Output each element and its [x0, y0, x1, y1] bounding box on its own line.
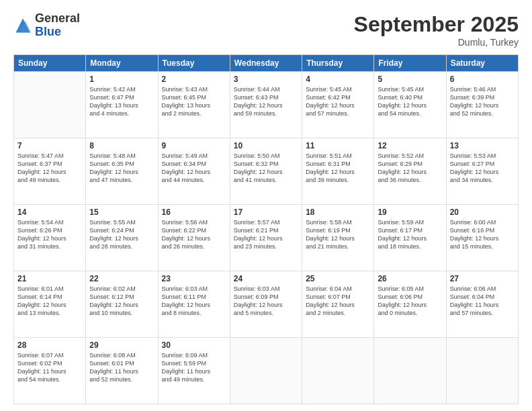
day-number: 8	[89, 141, 154, 150]
col-header-sunday: Sunday	[14, 55, 86, 72]
week-row-0: 1Sunrise: 5:42 AM Sunset: 6:47 PM Daylig…	[14, 72, 519, 138]
logo-icon	[13, 16, 32, 35]
day-number: 7	[17, 141, 82, 150]
day-info: Sunrise: 5:45 AM Sunset: 6:40 PM Dayligh…	[378, 85, 442, 118]
day-info: Sunrise: 5:47 AM Sunset: 6:37 PM Dayligh…	[17, 152, 82, 185]
day-info: Sunrise: 6:06 AM Sunset: 6:04 PM Dayligh…	[450, 285, 515, 318]
page: General Blue September 2025 Dumlu, Turke…	[0, 0, 532, 411]
day-info: Sunrise: 6:05 AM Sunset: 6:06 PM Dayligh…	[378, 285, 442, 318]
calendar-cell: 22Sunrise: 6:02 AM Sunset: 6:12 PM Dayli…	[86, 271, 158, 338]
day-info: Sunrise: 5:59 AM Sunset: 6:17 PM Dayligh…	[378, 218, 442, 251]
calendar-cell: 2Sunrise: 5:43 AM Sunset: 6:45 PM Daylig…	[158, 72, 230, 138]
calendar-cell: 12Sunrise: 5:52 AM Sunset: 6:29 PM Dayli…	[374, 138, 446, 205]
calendar-cell: 5Sunrise: 5:45 AM Sunset: 6:40 PM Daylig…	[374, 72, 446, 138]
week-row-4: 28Sunrise: 6:07 AM Sunset: 6:02 PM Dayli…	[14, 338, 519, 404]
calendar-table: SundayMondayTuesdayWednesdayThursdayFrid…	[13, 54, 519, 404]
day-info: Sunrise: 5:56 AM Sunset: 6:22 PM Dayligh…	[162, 218, 226, 251]
day-number: 21	[17, 274, 82, 283]
col-header-saturday: Saturday	[446, 55, 518, 72]
calendar-cell	[446, 338, 518, 404]
day-number: 14	[17, 208, 82, 217]
day-number: 29	[89, 340, 154, 350]
day-number: 13	[450, 141, 515, 150]
day-info: Sunrise: 5:45 AM Sunset: 6:42 PM Dayligh…	[306, 85, 370, 118]
day-info: Sunrise: 6:08 AM Sunset: 6:01 PM Dayligh…	[89, 351, 154, 384]
day-number: 19	[378, 208, 442, 217]
day-number: 22	[89, 274, 154, 283]
calendar-cell	[230, 338, 302, 404]
day-info: Sunrise: 5:51 AM Sunset: 6:31 PM Dayligh…	[306, 152, 370, 185]
col-header-wednesday: Wednesday	[230, 55, 302, 72]
col-header-tuesday: Tuesday	[158, 55, 230, 72]
calendar-cell: 14Sunrise: 5:54 AM Sunset: 6:26 PM Dayli…	[14, 205, 86, 271]
calendar-cell: 15Sunrise: 5:55 AM Sunset: 6:24 PM Dayli…	[86, 205, 158, 271]
day-number: 24	[234, 274, 298, 283]
day-number: 5	[378, 75, 442, 84]
day-number: 10	[234, 141, 298, 150]
day-number: 20	[450, 208, 515, 217]
calendar-cell: 8Sunrise: 5:48 AM Sunset: 6:35 PM Daylig…	[86, 138, 158, 205]
day-number: 1	[89, 75, 154, 84]
header-row: SundayMondayTuesdayWednesdayThursdayFrid…	[14, 55, 519, 72]
day-number: 3	[234, 75, 298, 84]
col-header-monday: Monday	[86, 55, 158, 72]
day-number: 11	[306, 141, 370, 150]
day-number: 15	[89, 208, 154, 217]
day-number: 18	[306, 208, 370, 217]
calendar-cell: 16Sunrise: 5:56 AM Sunset: 6:22 PM Dayli…	[158, 205, 230, 271]
calendar-cell: 7Sunrise: 5:47 AM Sunset: 6:37 PM Daylig…	[14, 138, 86, 205]
calendar-cell: 20Sunrise: 6:00 AM Sunset: 6:16 PM Dayli…	[446, 205, 518, 271]
day-number: 23	[162, 274, 226, 283]
calendar-cell: 18Sunrise: 5:58 AM Sunset: 6:19 PM Dayli…	[302, 205, 374, 271]
col-header-thursday: Thursday	[302, 55, 374, 72]
day-info: Sunrise: 6:07 AM Sunset: 6:02 PM Dayligh…	[17, 351, 82, 384]
week-row-1: 7Sunrise: 5:47 AM Sunset: 6:37 PM Daylig…	[14, 138, 519, 205]
day-info: Sunrise: 5:57 AM Sunset: 6:21 PM Dayligh…	[234, 218, 298, 251]
day-number: 2	[162, 75, 226, 84]
calendar-cell: 21Sunrise: 6:01 AM Sunset: 6:14 PM Dayli…	[14, 271, 86, 338]
day-number: 12	[378, 141, 442, 150]
day-number: 25	[306, 274, 370, 283]
logo: General Blue	[13, 12, 80, 39]
day-info: Sunrise: 6:01 AM Sunset: 6:14 PM Dayligh…	[17, 285, 82, 318]
day-info: Sunrise: 6:00 AM Sunset: 6:16 PM Dayligh…	[450, 218, 515, 251]
calendar-cell: 10Sunrise: 5:50 AM Sunset: 6:32 PM Dayli…	[230, 138, 302, 205]
day-number: 30	[162, 340, 226, 350]
day-number: 27	[450, 274, 515, 283]
day-number: 16	[162, 208, 226, 217]
calendar-cell: 4Sunrise: 5:45 AM Sunset: 6:42 PM Daylig…	[302, 72, 374, 138]
day-info: Sunrise: 6:03 AM Sunset: 6:09 PM Dayligh…	[234, 285, 298, 318]
day-info: Sunrise: 6:04 AM Sunset: 6:07 PM Dayligh…	[306, 285, 370, 318]
day-info: Sunrise: 5:46 AM Sunset: 6:39 PM Dayligh…	[450, 85, 515, 118]
calendar-cell	[302, 338, 374, 404]
calendar-cell: 28Sunrise: 6:07 AM Sunset: 6:02 PM Dayli…	[14, 338, 86, 404]
logo-text: General Blue	[35, 12, 80, 39]
day-number: 28	[17, 340, 82, 350]
calendar-cell: 27Sunrise: 6:06 AM Sunset: 6:04 PM Dayli…	[446, 271, 518, 338]
day-number: 6	[450, 75, 515, 84]
day-info: Sunrise: 5:58 AM Sunset: 6:19 PM Dayligh…	[306, 218, 370, 251]
calendar-cell: 17Sunrise: 5:57 AM Sunset: 6:21 PM Dayli…	[230, 205, 302, 271]
day-info: Sunrise: 5:44 AM Sunset: 6:43 PM Dayligh…	[234, 85, 298, 118]
header: General Blue September 2025 Dumlu, Turke…	[13, 12, 519, 48]
calendar-cell: 29Sunrise: 6:08 AM Sunset: 6:01 PM Dayli…	[86, 338, 158, 404]
day-info: Sunrise: 6:03 AM Sunset: 6:11 PM Dayligh…	[162, 285, 226, 318]
day-info: Sunrise: 6:09 AM Sunset: 5:59 PM Dayligh…	[162, 351, 226, 384]
day-info: Sunrise: 5:43 AM Sunset: 6:45 PM Dayligh…	[162, 85, 226, 118]
calendar-cell: 25Sunrise: 6:04 AM Sunset: 6:07 PM Dayli…	[302, 271, 374, 338]
col-header-friday: Friday	[374, 55, 446, 72]
calendar-cell: 19Sunrise: 5:59 AM Sunset: 6:17 PM Dayli…	[374, 205, 446, 271]
calendar-cell: 3Sunrise: 5:44 AM Sunset: 6:43 PM Daylig…	[230, 72, 302, 138]
week-row-2: 14Sunrise: 5:54 AM Sunset: 6:26 PM Dayli…	[14, 205, 519, 271]
week-row-3: 21Sunrise: 6:01 AM Sunset: 6:14 PM Dayli…	[14, 271, 519, 338]
location: Dumlu, Turkey	[354, 37, 519, 48]
day-number: 17	[234, 208, 298, 217]
day-info: Sunrise: 5:52 AM Sunset: 6:29 PM Dayligh…	[378, 152, 442, 185]
title-block: September 2025 Dumlu, Turkey	[354, 12, 519, 48]
day-number: 4	[306, 75, 370, 84]
logo-general: General	[35, 12, 80, 26]
calendar-cell: 23Sunrise: 6:03 AM Sunset: 6:11 PM Dayli…	[158, 271, 230, 338]
day-info: Sunrise: 5:55 AM Sunset: 6:24 PM Dayligh…	[89, 218, 154, 251]
calendar-cell: 26Sunrise: 6:05 AM Sunset: 6:06 PM Dayli…	[374, 271, 446, 338]
day-info: Sunrise: 5:49 AM Sunset: 6:34 PM Dayligh…	[162, 152, 226, 185]
